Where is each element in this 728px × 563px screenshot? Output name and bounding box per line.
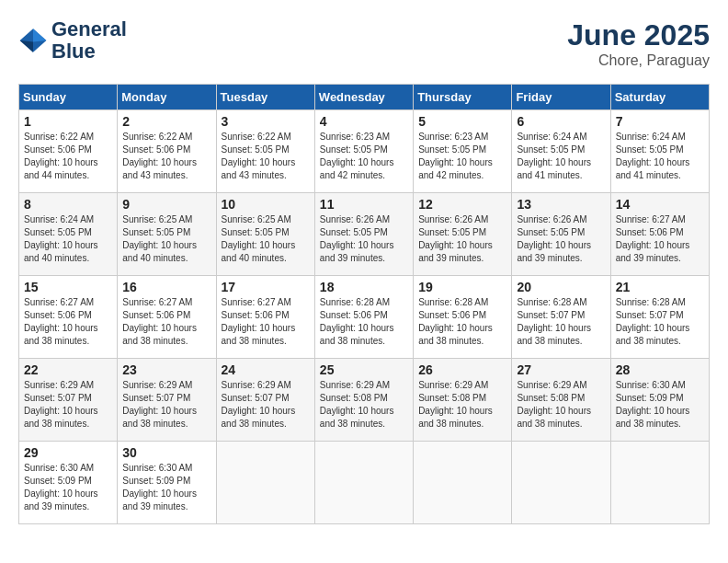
table-row: 22Sunrise: 6:29 AMSunset: 5:07 PMDayligh… (19, 359, 118, 442)
day-number: 2 (122, 114, 210, 129)
table-row: 5Sunrise: 6:23 AMSunset: 5:05 PMDaylight… (414, 110, 512, 193)
day-info: Sunrise: 6:29 AMSunset: 5:07 PMDaylight:… (24, 380, 98, 429)
day-info: Sunrise: 6:23 AMSunset: 5:05 PMDaylight:… (418, 132, 493, 180)
day-number: 13 (517, 197, 605, 212)
day-number: 25 (320, 362, 408, 377)
logo: General Blue (18, 18, 127, 63)
day-info: Sunrise: 6:29 AMSunset: 5:07 PMDaylight:… (222, 380, 296, 429)
day-number: 12 (418, 197, 506, 212)
table-row: 26Sunrise: 6:29 AMSunset: 5:08 PMDayligh… (414, 359, 512, 442)
day-number: 21 (616, 280, 704, 294)
day-info: Sunrise: 6:28 AMSunset: 5:06 PMDaylight:… (320, 297, 394, 346)
day-number: 17 (222, 280, 310, 294)
day-info: Sunrise: 6:22 AMSunset: 5:05 PMDaylight:… (222, 132, 296, 180)
day-header-tuesday: Tuesday (216, 85, 314, 110)
table-row: 25Sunrise: 6:29 AMSunset: 5:08 PMDayligh… (314, 359, 413, 442)
day-number: 9 (122, 197, 210, 212)
calendar-week-2: 8Sunrise: 6:24 AMSunset: 5:05 PMDaylight… (19, 193, 710, 276)
table-row: 6Sunrise: 6:24 AMSunset: 5:05 PMDaylight… (512, 110, 610, 193)
day-number: 22 (24, 362, 112, 377)
table-row: 30Sunrise: 6:30 AMSunset: 5:09 PMDayligh… (118, 442, 216, 524)
day-info: Sunrise: 6:27 AMSunset: 5:06 PMDaylight:… (222, 297, 296, 346)
table-row: 10Sunrise: 6:25 AMSunset: 5:05 PMDayligh… (216, 193, 314, 276)
day-number: 28 (616, 362, 704, 377)
table-row: 4Sunrise: 6:23 AMSunset: 5:05 PMDaylight… (314, 110, 413, 193)
table-row (314, 442, 413, 524)
day-info: Sunrise: 6:24 AMSunset: 5:05 PMDaylight:… (616, 132, 690, 180)
calendar-table: SundayMondayTuesdayWednesdayThursdayFrid… (18, 84, 710, 524)
table-row: 2Sunrise: 6:22 AMSunset: 5:06 PMDaylight… (118, 110, 216, 193)
table-row (216, 442, 314, 524)
month-title: June 2025 (567, 18, 710, 52)
day-header-saturday: Saturday (610, 85, 709, 110)
day-info: Sunrise: 6:22 AMSunset: 5:06 PMDaylight:… (24, 132, 98, 180)
table-row: 20Sunrise: 6:28 AMSunset: 5:07 PMDayligh… (512, 276, 610, 359)
day-info: Sunrise: 6:23 AMSunset: 5:05 PMDaylight:… (320, 132, 394, 180)
logo-icon (18, 26, 48, 55)
day-number: 3 (222, 114, 310, 129)
day-header-friday: Friday (512, 85, 610, 110)
table-row: 18Sunrise: 6:28 AMSunset: 5:06 PMDayligh… (314, 276, 413, 359)
day-info: Sunrise: 6:26 AMSunset: 5:05 PMDaylight:… (517, 214, 591, 263)
day-number: 15 (24, 280, 112, 294)
day-info: Sunrise: 6:27 AMSunset: 5:06 PMDaylight:… (616, 214, 690, 263)
table-row: 13Sunrise: 6:26 AMSunset: 5:05 PMDayligh… (512, 193, 610, 276)
day-info: Sunrise: 6:24 AMSunset: 5:05 PMDaylight:… (517, 132, 591, 180)
table-row: 28Sunrise: 6:30 AMSunset: 5:09 PMDayligh… (610, 359, 709, 442)
day-info: Sunrise: 6:27 AMSunset: 5:06 PMDaylight:… (122, 297, 197, 346)
calendar-week-3: 15Sunrise: 6:27 AMSunset: 5:06 PMDayligh… (19, 276, 710, 359)
day-info: Sunrise: 6:30 AMSunset: 5:09 PMDaylight:… (24, 463, 98, 511)
svg-marker-1 (33, 29, 46, 41)
table-row: 9Sunrise: 6:25 AMSunset: 5:05 PMDaylight… (118, 193, 216, 276)
day-number: 5 (418, 114, 506, 129)
day-number: 7 (616, 114, 704, 129)
day-number: 18 (320, 280, 408, 294)
day-number: 8 (24, 197, 112, 212)
calendar-week-5: 29Sunrise: 6:30 AMSunset: 5:09 PMDayligh… (19, 442, 710, 524)
day-number: 30 (122, 445, 210, 460)
table-row: 19Sunrise: 6:28 AMSunset: 5:06 PMDayligh… (414, 276, 512, 359)
day-number: 23 (122, 362, 210, 377)
table-row (512, 442, 610, 524)
day-info: Sunrise: 6:28 AMSunset: 5:07 PMDaylight:… (616, 297, 690, 346)
day-number: 6 (517, 114, 605, 129)
day-info: Sunrise: 6:24 AMSunset: 5:05 PMDaylight:… (24, 214, 98, 263)
day-number: 27 (517, 362, 605, 377)
day-number: 26 (418, 362, 506, 377)
day-number: 11 (320, 197, 408, 212)
day-header-sunday: Sunday (19, 85, 118, 110)
day-info: Sunrise: 6:29 AMSunset: 5:08 PMDaylight:… (418, 380, 493, 429)
logo-text: General Blue (51, 18, 127, 63)
day-header-monday: Monday (118, 85, 216, 110)
days-header-row: SundayMondayTuesdayWednesdayThursdayFrid… (19, 85, 710, 110)
table-row (414, 442, 512, 524)
day-number: 29 (24, 445, 112, 460)
day-info: Sunrise: 6:28 AMSunset: 5:06 PMDaylight:… (418, 297, 493, 346)
table-row: 15Sunrise: 6:27 AMSunset: 5:06 PMDayligh… (19, 276, 118, 359)
day-number: 20 (517, 280, 605, 294)
title-block: June 2025 Chore, Paraguay (567, 18, 710, 69)
day-number: 4 (320, 114, 408, 129)
table-row: 23Sunrise: 6:29 AMSunset: 5:07 PMDayligh… (118, 359, 216, 442)
calendar-week-1: 1Sunrise: 6:22 AMSunset: 5:06 PMDaylight… (19, 110, 710, 193)
table-row: 29Sunrise: 6:30 AMSunset: 5:09 PMDayligh… (19, 442, 118, 524)
day-info: Sunrise: 6:26 AMSunset: 5:05 PMDaylight:… (418, 214, 493, 263)
day-info: Sunrise: 6:29 AMSunset: 5:07 PMDaylight:… (122, 380, 197, 429)
day-info: Sunrise: 6:22 AMSunset: 5:06 PMDaylight:… (122, 132, 197, 180)
page-header: General Blue June 2025 Chore, Paraguay (18, 18, 710, 69)
day-info: Sunrise: 6:26 AMSunset: 5:05 PMDaylight:… (320, 214, 394, 263)
table-row: 17Sunrise: 6:27 AMSunset: 5:06 PMDayligh… (216, 276, 314, 359)
table-row: 8Sunrise: 6:24 AMSunset: 5:05 PMDaylight… (19, 193, 118, 276)
day-info: Sunrise: 6:25 AMSunset: 5:05 PMDaylight:… (122, 214, 197, 263)
day-info: Sunrise: 6:27 AMSunset: 5:06 PMDaylight:… (24, 297, 98, 346)
table-row: 12Sunrise: 6:26 AMSunset: 5:05 PMDayligh… (414, 193, 512, 276)
day-number: 14 (616, 197, 704, 212)
day-info: Sunrise: 6:25 AMSunset: 5:05 PMDaylight:… (222, 214, 296, 263)
day-info: Sunrise: 6:28 AMSunset: 5:07 PMDaylight:… (517, 297, 591, 346)
day-number: 10 (222, 197, 310, 212)
day-number: 19 (418, 280, 506, 294)
day-info: Sunrise: 6:29 AMSunset: 5:08 PMDaylight:… (517, 380, 591, 429)
table-row: 3Sunrise: 6:22 AMSunset: 5:05 PMDaylight… (216, 110, 314, 193)
location: Chore, Paraguay (567, 52, 710, 69)
table-row: 11Sunrise: 6:26 AMSunset: 5:05 PMDayligh… (314, 193, 413, 276)
